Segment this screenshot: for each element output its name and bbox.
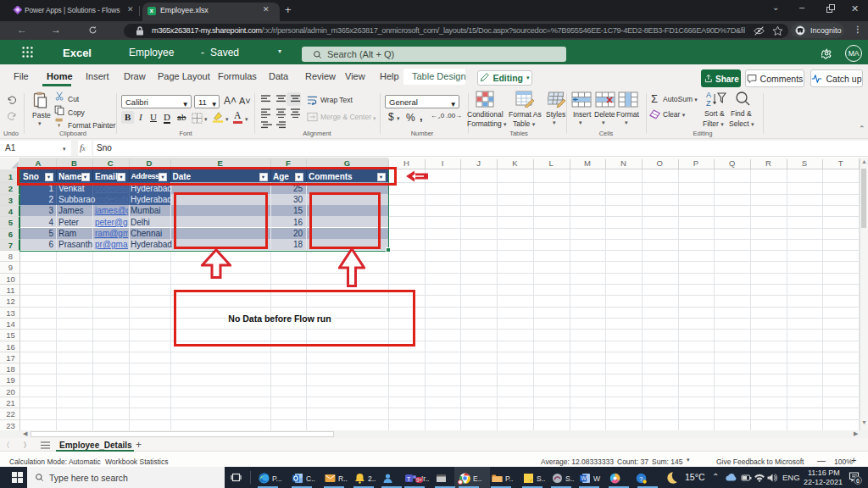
svg-text:A: A: [706, 91, 711, 99]
svg-text:T: T: [407, 476, 411, 482]
svg-text:W: W: [581, 475, 587, 481]
svg-text:Z: Z: [706, 99, 711, 108]
svg-text:?: ?: [639, 475, 643, 483]
